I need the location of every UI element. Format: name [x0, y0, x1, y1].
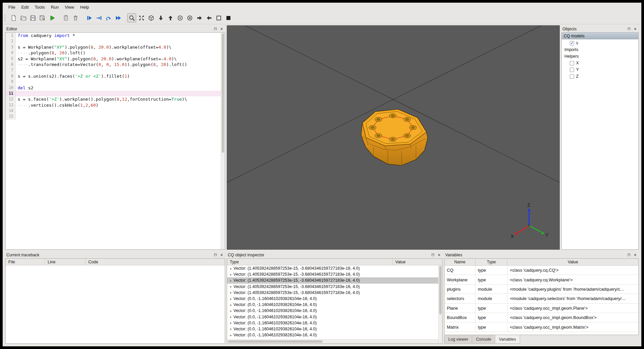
code-line-3[interactable]: 3s = Workplane("XY").polygon(8, 20.0).wo…: [6, 44, 221, 50]
code-line-1[interactable]: 1from cadquery import *: [6, 33, 221, 38]
tree-item-y[interactable]: Y: [562, 67, 638, 73]
expand-icon[interactable]: ▸: [228, 267, 233, 270]
wireframe-icon[interactable]: [214, 13, 223, 22]
fit-zoom-icon[interactable]: [127, 13, 136, 22]
top-view-icon[interactable]: [156, 13, 165, 22]
expand-icon[interactable]: ▸: [228, 327, 233, 331]
code-line-12[interactable]: 12s = s.faces('>Z').workplane().polygon(…: [6, 96, 221, 102]
expand-icon[interactable]: ▸: [228, 315, 233, 319]
toolbar-handle[interactable]: [5, 15, 7, 21]
column-header-name[interactable]: Name: [445, 259, 476, 265]
inspector-row[interactable]: ▸Vector: (1.4053924288597253e-15, -3.680…: [227, 290, 438, 296]
column-header-type[interactable]: Type: [227, 259, 393, 265]
code-line-7[interactable]: 7: [6, 67, 221, 73]
expand-icon[interactable]: ▸: [228, 273, 233, 276]
variable-row-cq[interactable]: CQtype<class 'cadquery.cq.CQ'>: [445, 266, 638, 275]
code-line-15[interactable]: 15: [6, 114, 221, 119]
expand-icon[interactable]: ▸: [228, 279, 233, 282]
variable-row-plugins[interactable]: pluginsmodule<module 'cadquery.plugins' …: [445, 285, 638, 294]
inspector-row[interactable]: ▸Vector: (0.0, -1.1604610293826104e-16, …: [227, 314, 438, 320]
save-icon[interactable]: [28, 13, 37, 22]
menu-view[interactable]: View: [62, 3, 77, 11]
editor-scrollbar[interactable]: [221, 33, 225, 249]
code-line-9[interactable]: 9: [6, 79, 221, 85]
inspector-row[interactable]: ▸Vector: (0.0, -1.1604610293826104e-16, …: [227, 320, 438, 326]
inspector-hscrollbar[interactable]: [227, 339, 438, 343]
menu-file[interactable]: File: [5, 3, 18, 11]
close-icon[interactable]: ×: [633, 253, 638, 257]
checkbox-checked[interactable]: ✓: [570, 41, 574, 45]
code-line-11[interactable]: 11: [6, 91, 221, 96]
inspector-row[interactable]: ▸Vector: (0.0, -1.1604610293826104e-16, …: [227, 326, 438, 332]
bottom-view-icon[interactable]: [166, 13, 175, 22]
back-view-icon[interactable]: [185, 13, 194, 22]
column-header-code[interactable]: Code: [86, 259, 225, 265]
viewport-3d[interactable]: X Y Z: [227, 25, 560, 250]
menu-tools[interactable]: Tools: [32, 3, 48, 11]
new-file-icon[interactable]: [9, 13, 18, 22]
checkbox-unchecked[interactable]: [570, 68, 574, 72]
copy-icon[interactable]: [61, 13, 70, 22]
delete-icon[interactable]: [71, 13, 80, 22]
variable-row-matrix[interactable]: Matrixtype<class 'cadquery.occ_impl.geom…: [445, 322, 638, 332]
checkbox-unchecked[interactable]: [570, 74, 574, 79]
column-header-value[interactable]: Value: [393, 259, 442, 265]
column-header-value[interactable]: Value: [507, 259, 638, 265]
inspector-row[interactable]: ▸Vector: (0.0, -1.1604610293826104e-16, …: [227, 296, 438, 302]
shaded-icon[interactable]: [224, 13, 233, 22]
variable-row-plane[interactable]: Planetype<class 'cadquery.occ_impl.geom.…: [445, 304, 638, 313]
close-icon[interactable]: ×: [437, 253, 442, 257]
fit-all-icon[interactable]: [137, 13, 146, 22]
code-line-6[interactable]: 6····.transformed(rotate=Vector(0, 0, 15…: [6, 62, 221, 67]
inspector-row[interactable]: ▸Vector: (1.4053924288597253e-15, -3.680…: [227, 277, 438, 283]
expand-icon[interactable]: ▸: [228, 309, 233, 313]
close-icon[interactable]: ×: [633, 27, 638, 31]
right-view-icon[interactable]: [195, 13, 204, 22]
editor-code[interactable]: 1from cadquery import *23s = Workplane("…: [6, 33, 221, 249]
expand-icon[interactable]: ▸: [228, 321, 233, 325]
render-icon[interactable]: [48, 13, 57, 22]
tree-group-cq-models[interactable]: CQ models: [562, 33, 638, 39]
inspector-row[interactable]: ▸Vector: (1.4053924288597253e-15, -3.680…: [227, 265, 438, 271]
column-header-type[interactable]: Type: [476, 259, 507, 265]
inspector-row[interactable]: ▸Vector: (0.0, -1.1604610293826104e-16, …: [227, 302, 438, 308]
float-icon[interactable]: [430, 253, 435, 257]
float-icon[interactable]: [626, 253, 631, 257]
menu-run[interactable]: Run: [48, 3, 62, 11]
tree-item-z[interactable]: Z: [562, 73, 638, 79]
column-header-file[interactable]: File: [6, 259, 45, 265]
tab-log-viewer[interactable]: Log viewer: [444, 335, 472, 344]
tree-item-helpers[interactable]: Helpers: [562, 53, 638, 59]
code-line-8[interactable]: 8s = s.union(s2).faces('>Z or <Z').fille…: [6, 73, 221, 79]
inspector-row[interactable]: ▸Vector: (0.0, -1.1604610293826104e-16, …: [227, 332, 438, 338]
inspector-row[interactable]: ▸Vector: (0.0, -1.1604610293826104e-16, …: [227, 308, 438, 314]
iso-view-icon[interactable]: [147, 13, 156, 22]
close-icon[interactable]: ×: [219, 27, 224, 31]
code-line-14[interactable]: 14: [6, 108, 221, 114]
code-line-2[interactable]: 2: [6, 38, 221, 44]
float-icon[interactable]: [626, 27, 631, 31]
left-view-icon[interactable]: [204, 13, 213, 22]
column-header-line[interactable]: Line: [45, 259, 86, 265]
code-line-4[interactable]: 4····.polygon(8, 20).loft(): [6, 50, 221, 56]
menu-help[interactable]: Help: [77, 3, 92, 11]
tab-console[interactable]: Console: [472, 335, 495, 344]
variable-row-boundbox[interactable]: BoundBoxtype<class 'cadquery.occ_impl.ge…: [445, 313, 638, 322]
expand-icon[interactable]: ▸: [228, 285, 233, 288]
open-file-icon[interactable]: [19, 13, 28, 22]
tree-item-x[interactable]: X: [562, 60, 638, 66]
expand-icon[interactable]: ▸: [228, 303, 233, 307]
float-icon[interactable]: [213, 27, 218, 31]
inspector-row[interactable]: ▸Vector: (1.4053924288597253e-15, -3.680…: [227, 271, 438, 277]
inspector-scrollbar[interactable]: [438, 265, 442, 343]
variable-row-workplane[interactable]: Workplanetype<class 'cadquery.cq.Workpla…: [445, 275, 638, 284]
expand-icon[interactable]: ▸: [228, 333, 233, 337]
debug-step-into-icon[interactable]: [94, 13, 103, 22]
tree-item-s[interactable]: ✓s: [562, 40, 638, 46]
save-as-icon[interactable]: [38, 13, 47, 22]
cad-model[interactable]: [361, 109, 428, 165]
debug-step-icon[interactable]: [85, 13, 94, 22]
tree-item-imports[interactable]: Imports: [562, 47, 638, 53]
float-icon[interactable]: [213, 253, 218, 257]
inspector-row[interactable]: ▸Vector: (1.4053924288597253e-15, -3.680…: [227, 284, 438, 290]
